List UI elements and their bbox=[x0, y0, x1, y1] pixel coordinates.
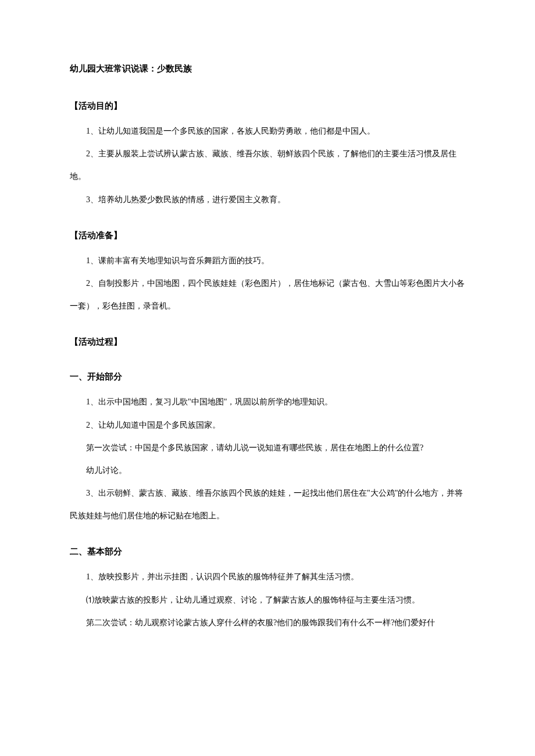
part1-item-1: 1、出示中国地图，复习儿歌"中国地图"，巩固以前所学的地理知识。 bbox=[70, 390, 465, 413]
part1-item-2: 2、让幼儿知道中国是个多民族国家。 bbox=[70, 414, 465, 436]
page-title: 幼儿园大班常识说课：少数民族 bbox=[70, 58, 465, 79]
prep-item-1: 1、课前丰富有关地理知识与音乐舞蹈方面的技巧。 bbox=[70, 249, 465, 272]
sub-heading-part1: 一、开始部分 bbox=[70, 366, 465, 387]
part2-item-1: 1、放映投影片，并出示挂图，认识四个民族的服饰特征并了解其生活习惯。 bbox=[70, 565, 465, 588]
sub-heading-part2: 二、基本部分 bbox=[70, 541, 465, 562]
document-page: 幼儿园大班常识说课：少数民族 【活动目的】 1、让幼儿知道我国是一个多民族的国家… bbox=[0, 0, 535, 756]
part1-item-5: 3、出示朝鲜、蒙古族、藏族、维吾尔族四个民族的娃娃，一起找出他们居住在"大公鸡"… bbox=[70, 482, 465, 527]
section-heading-process: 【活动过程】 bbox=[70, 331, 465, 352]
goals-item-3: 3、培养幼儿热爱少数民族的情感，进行爱国主义教育。 bbox=[70, 188, 465, 211]
section-heading-prep: 【活动准备】 bbox=[70, 225, 465, 246]
part1-item-3: 第一次尝试：中国是个多民族国家，请幼儿说一说知道有哪些民族，居住在地图上的什么位… bbox=[70, 436, 465, 459]
part2-item-2: ⑴放映蒙古族的投影片，让幼儿通过观察、讨论，了解蒙古族人的服饰特征与主要生活习惯… bbox=[70, 589, 465, 611]
prep-item-2: 2、自制投影片，中国地图，四个民族娃娃（彩色图片），居住地标记（蒙古包、大雪山等… bbox=[70, 272, 465, 317]
goals-item-1: 1、让幼儿知道我国是一个多民族的国家，各族人民勤劳勇敢，他们都是中国人。 bbox=[70, 120, 465, 142]
goals-item-2: 2、主要从服装上尝试辨认蒙古族、藏族、维吾尔族、朝鲜族四个民族，了解他们的主要生… bbox=[70, 142, 465, 188]
section-heading-goals: 【活动目的】 bbox=[70, 95, 465, 116]
part2-item-3: 第二次尝试：幼儿观察讨论蒙古族人穿什么样的衣服?他们的服饰跟我们有什么不一样?他… bbox=[70, 611, 465, 634]
part1-item-4: 幼儿讨论。 bbox=[70, 459, 465, 482]
